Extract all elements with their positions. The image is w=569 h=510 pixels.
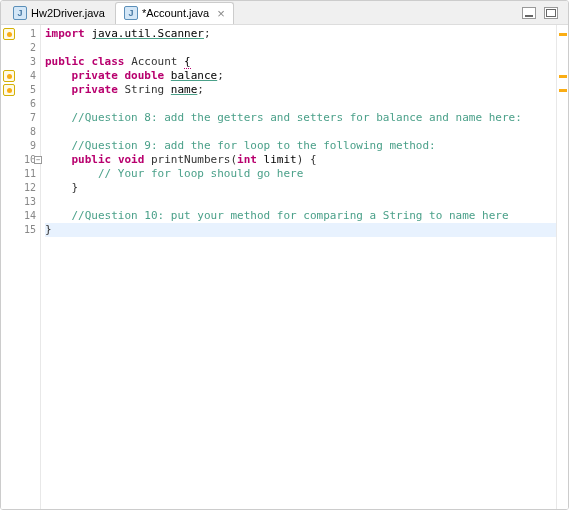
- line-number: 7: [17, 111, 36, 125]
- marker-column: [1, 25, 17, 509]
- overview-marker-slot: [557, 181, 568, 195]
- marker-slot: [1, 83, 17, 97]
- tab-account[interactable]: J *Account.java ×: [115, 2, 234, 24]
- overview-marker-slot: [557, 55, 568, 69]
- line-number: 14: [17, 209, 36, 223]
- line-number: 3: [17, 55, 36, 69]
- overview-marker-slot: [557, 195, 568, 209]
- marker-slot: [1, 153, 17, 167]
- overview-marker-slot: [557, 209, 568, 223]
- line-number: 4: [17, 69, 36, 83]
- code-line[interactable]: [45, 97, 556, 111]
- line-number: 8: [17, 125, 36, 139]
- minimize-button[interactable]: [522, 7, 536, 19]
- overview-marker-slot: [557, 139, 568, 153]
- code-line[interactable]: public class Account {: [45, 55, 556, 69]
- code-line[interactable]: private String name;: [45, 83, 556, 97]
- tab-hw2driver[interactable]: J Hw2Driver.java: [5, 2, 113, 24]
- marker-slot: [1, 195, 17, 209]
- line-gutter[interactable]: 12345678910−1112131415: [17, 25, 41, 509]
- tab-label: Hw2Driver.java: [31, 7, 105, 19]
- warning-marker[interactable]: [559, 75, 567, 78]
- code-line[interactable]: [45, 41, 556, 55]
- code-line[interactable]: // Your for loop should go here: [45, 167, 556, 181]
- code-area[interactable]: import java.util.Scanner;public class Ac…: [41, 25, 556, 509]
- code-line[interactable]: public void printNumbers(int limit) {: [45, 153, 556, 167]
- code-line[interactable]: [45, 195, 556, 209]
- code-line[interactable]: //Question 10: put your method for compa…: [45, 209, 556, 223]
- line-number: 13: [17, 195, 36, 209]
- warning-marker[interactable]: [559, 33, 567, 36]
- code-line[interactable]: }: [45, 223, 556, 237]
- maximize-button[interactable]: [544, 7, 558, 19]
- overview-marker-slot: [557, 167, 568, 181]
- marker-slot: [1, 223, 17, 237]
- warning-icon[interactable]: [3, 28, 15, 40]
- overview-marker-slot: [557, 97, 568, 111]
- marker-slot: [1, 139, 17, 153]
- toolbar-right: [522, 7, 564, 19]
- marker-slot: [1, 97, 17, 111]
- marker-slot: [1, 209, 17, 223]
- overview-marker-slot: [557, 223, 568, 237]
- line-number: 9: [17, 139, 36, 153]
- java-file-icon: J: [13, 6, 27, 20]
- tab-bar: J Hw2Driver.java J *Account.java ×: [1, 1, 568, 25]
- close-icon[interactable]: ×: [217, 6, 225, 21]
- overview-marker-slot: [557, 111, 568, 125]
- code-line[interactable]: [45, 125, 556, 139]
- line-number: 2: [17, 41, 36, 55]
- overview-marker-slot: [557, 153, 568, 167]
- code-line[interactable]: import java.util.Scanner;: [45, 27, 556, 41]
- code-line[interactable]: }: [45, 181, 556, 195]
- java-file-icon: J: [124, 6, 138, 20]
- overview-marker-slot: [557, 83, 568, 97]
- marker-slot: [1, 55, 17, 69]
- marker-slot: [1, 111, 17, 125]
- code-line[interactable]: private double balance;: [45, 69, 556, 83]
- overview-marker-slot: [557, 41, 568, 55]
- marker-slot: [1, 125, 17, 139]
- overview-ruler[interactable]: [556, 25, 568, 509]
- warning-icon[interactable]: [3, 84, 15, 96]
- warning-marker[interactable]: [559, 89, 567, 92]
- marker-slot: [1, 167, 17, 181]
- line-number: 15: [17, 223, 36, 237]
- tab-label: *Account.java: [142, 7, 209, 19]
- marker-slot: [1, 181, 17, 195]
- marker-slot: [1, 27, 17, 41]
- marker-slot: [1, 69, 17, 83]
- warning-icon[interactable]: [3, 70, 15, 82]
- line-number: 1: [17, 27, 36, 41]
- editor-area: 12345678910−1112131415 import java.util.…: [1, 25, 568, 509]
- overview-marker-slot: [557, 125, 568, 139]
- line-number: 10−: [17, 153, 36, 167]
- line-number: 5: [17, 83, 36, 97]
- code-line[interactable]: //Question 9: add the for loop to the fo…: [45, 139, 556, 153]
- code-line[interactable]: //Question 8: add the getters and setter…: [45, 111, 556, 125]
- line-number: 11: [17, 167, 36, 181]
- line-number: 6: [17, 97, 36, 111]
- overview-marker-slot: [557, 69, 568, 83]
- marker-slot: [1, 41, 17, 55]
- overview-marker-slot: [557, 27, 568, 41]
- line-number: 12: [17, 181, 36, 195]
